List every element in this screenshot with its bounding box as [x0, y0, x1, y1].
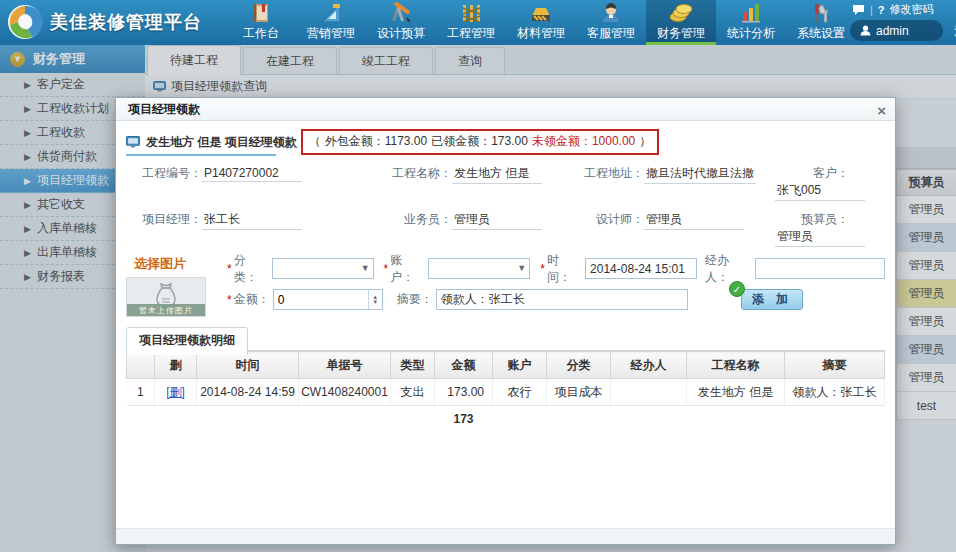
salesman-value: 管理员 — [452, 211, 542, 230]
summary-input[interactable] — [436, 289, 688, 310]
project-cell: 发生地方 但是 — [687, 379, 785, 406]
nav-label: 统计分析 — [727, 25, 775, 42]
chevron-down-icon: ▼ — [361, 263, 370, 273]
required-mark: * — [227, 293, 232, 307]
dialog-titlebar[interactable]: 项目经理领款 × — [116, 98, 895, 121]
nav-item-service[interactable]: 客服管理 — [576, 0, 646, 45]
project-summary-title: 发生地方 但是 项目经理领款 — [146, 134, 297, 151]
unreceived-amount: 未领金额：1000.00 — [532, 133, 635, 150]
table-header-row: 删 时间 单据号 类型 金额 账户 分类 经办人 工程名称 摘要 — [127, 352, 885, 379]
amount-cell: 173.00 — [435, 379, 493, 406]
message-icon[interactable] — [852, 4, 865, 15]
app-logo-icon — [6, 3, 44, 41]
amount-input[interactable] — [274, 290, 366, 309]
project-no-value: P1407270002 — [202, 166, 302, 182]
check-icon: ✓ — [729, 281, 745, 297]
user-icon — [860, 25, 871, 36]
username: admin — [876, 24, 909, 38]
brand: 美佳装修管理平台 — [6, 3, 202, 41]
nav-label: 设计预算 — [377, 25, 425, 42]
app-title: 美佳装修管理平台 — [50, 10, 202, 34]
amount-stepper[interactable]: ▲▼ — [273, 289, 383, 310]
nav-item-marketing[interactable]: 营销管理 — [296, 0, 366, 45]
choose-image-link[interactable]: 选择图片 — [134, 255, 221, 273]
project-name-value: 发生地方 但是 — [452, 165, 542, 184]
design-budget-icon — [389, 2, 413, 24]
nav-label: 材料管理 — [517, 25, 565, 42]
project-info: 工程编号：P1407270002 工程名称：发生地方 但是 工程地址：撒旦法时代… — [126, 165, 885, 247]
time-cell: 2014-08-24 14:59 — [197, 379, 299, 406]
received-amount: 已领金额：173.00 — [431, 133, 528, 150]
main-menu: 工作台 营销管理 设计预算 — [226, 0, 856, 45]
help-icon[interactable]: ? — [878, 4, 885, 16]
table-row[interactable]: 1 [删] 2014-08-24 14:59 CW1408240001 支出 1… — [127, 379, 885, 406]
settings-icon — [809, 2, 833, 24]
summary-cell: 领款人：张工长 — [785, 379, 885, 406]
dialog-footer — [116, 528, 895, 544]
category-select[interactable]: ▼ — [272, 258, 374, 279]
required-mark: * — [227, 262, 232, 276]
table-total-row: 173 — [127, 406, 885, 433]
total-amount: 173 — [435, 406, 493, 433]
agent-input[interactable] — [755, 258, 885, 279]
nav-item-workbench[interactable]: 工作台 — [226, 0, 296, 45]
tab-withdrawal-detail[interactable]: 项目经理领款明细 — [126, 327, 248, 355]
account-cell: 农行 — [493, 379, 547, 406]
nav-item-statistics[interactable]: 统计分析 — [716, 0, 786, 45]
outsource-amount: 外包金额：1173.00 — [325, 133, 428, 150]
manager-withdrawal-dialog: 项目经理领款 × 发生地方 但是 项目经理领款 （ 外包金额：1173.00 已… — [115, 97, 896, 545]
nav-item-design-budget[interactable]: 设计预算 — [366, 0, 436, 45]
stepper-arrows-icon[interactable]: ▲▼ — [368, 290, 382, 309]
chevron-down-icon: ▼ — [517, 263, 526, 273]
statistics-icon — [739, 2, 763, 24]
required-mark: * — [540, 262, 545, 276]
type-cell: 支出 — [391, 379, 435, 406]
nav-label: 工程管理 — [447, 25, 495, 42]
withdrawal-form: 选择图片 暂未上传图片 * 分类： ▼ * 账户： ▼ — [126, 253, 885, 317]
category-cell: 项目成本 — [547, 379, 611, 406]
workbench-icon — [249, 2, 273, 24]
doc-no-cell: CW1408240001 — [299, 379, 391, 406]
image-placeholder[interactable]: 暂未上传图片 — [126, 277, 206, 317]
budgeter-value: 管理员 — [775, 228, 865, 247]
nav-item-materials[interactable]: 材料管理 — [506, 0, 576, 45]
nav-label: 系统设置 — [797, 25, 845, 42]
service-icon — [599, 2, 623, 24]
image-caption: 暂未上传图片 — [127, 304, 205, 316]
nav-label: 工作台 — [243, 25, 279, 42]
project-summary-header: 发生地方 但是 项目经理领款 （ 外包金额：1173.00 已领金额：173.0… — [126, 127, 885, 157]
address-value: 撒旦法时代撒旦法撒 — [644, 165, 756, 184]
nav-user-area: | ? 修改密码 admin 注销 — [846, 0, 956, 45]
manager-value: 张工长 — [202, 211, 302, 230]
top-navbar: 美佳装修管理平台 工作台 营销管理 — [0, 0, 956, 45]
monitor-icon — [126, 136, 140, 148]
nav-label: 客服管理 — [587, 25, 635, 42]
time-input[interactable] — [585, 258, 697, 279]
nav-label: 营销管理 — [307, 25, 355, 42]
detail-tabbar: 项目经理领款明细 — [126, 326, 885, 351]
delete-link[interactable]: [删] — [166, 385, 185, 399]
withdrawal-detail-table: 删 时间 单据号 类型 金额 账户 分类 经办人 工程名称 摘要 1 [删] 2… — [126, 351, 885, 433]
dialog-title: 项目经理领款 — [128, 102, 200, 116]
customer-value: 张飞005 — [775, 182, 865, 201]
add-button[interactable]: 添 加 — [741, 289, 803, 310]
marketing-icon — [319, 2, 343, 24]
nav-label: 财务管理 — [657, 25, 705, 42]
required-mark: * — [384, 262, 389, 276]
nav-item-project[interactable]: 工程管理 — [436, 0, 506, 45]
designer-value: 管理员 — [644, 211, 744, 230]
nav-item-finance[interactable]: 财务管理 — [646, 0, 716, 45]
amount-summary-highlight: （ 外包金额：1173.00 已领金额：173.00 未领金额：1000.00 … — [301, 129, 660, 155]
user-menu[interactable]: admin — [850, 20, 943, 41]
project-icon — [459, 2, 483, 24]
row-number: 1 — [127, 379, 155, 406]
change-password-link[interactable]: 修改密码 — [890, 2, 934, 17]
materials-icon — [529, 2, 553, 24]
section-underline — [126, 154, 276, 156]
finance-icon — [668, 2, 694, 24]
agent-cell — [611, 379, 687, 406]
close-icon[interactable]: × — [877, 100, 886, 122]
account-select[interactable]: ▼ — [428, 258, 530, 279]
